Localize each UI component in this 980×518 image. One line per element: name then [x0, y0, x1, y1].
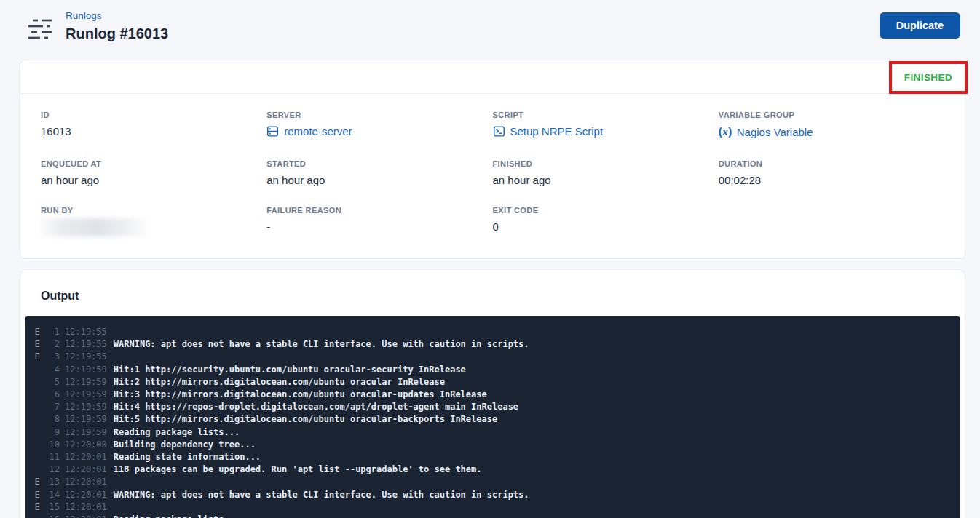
stderr-marker	[32, 451, 42, 463]
line-number: 13	[42, 476, 60, 488]
line-text: Building dependency tree...	[114, 439, 256, 451]
field-id: ID16013	[41, 111, 266, 140]
stderr-marker: E	[32, 326, 42, 338]
terminal-line: 1012:20:00Building dependency tree...	[32, 439, 953, 451]
terminal-icon	[493, 125, 505, 138]
line-number: 15	[42, 501, 60, 514]
server-icon	[266, 125, 279, 138]
terminal-line: E1412:20:01WARNING: apt does not have a …	[32, 489, 953, 501]
stderr-marker: E	[32, 489, 42, 501]
line-timestamp: 12:20:01	[65, 463, 107, 476]
field-label: FAILURE REASON	[266, 206, 492, 215]
terminal-line: E312:19:55	[32, 351, 953, 363]
output-terminal[interactable]: E112:19:55E212:19:55WARNING: apt does no…	[25, 316, 960, 518]
line-number: 6	[42, 388, 60, 401]
field-label: VARIABLE GROUP	[719, 111, 944, 119]
line-text: Reading state information...	[114, 451, 261, 463]
line-timestamp: 12:19:59	[65, 364, 107, 376]
line-number: 1	[42, 326, 60, 338]
field-enqueued-at: ENQUEUED ATan hour ago	[41, 159, 266, 187]
line-timestamp: 12:19:59	[65, 376, 107, 388]
field-value: -	[266, 220, 492, 234]
stderr-marker	[32, 388, 42, 401]
stderr-marker	[32, 426, 42, 439]
field-label: ENQUEUED AT	[41, 159, 266, 168]
terminal-line: 912:19:59Reading package lists...	[32, 426, 953, 439]
runlog-lines-icon	[27, 18, 56, 41]
line-timestamp: 12:20:01	[65, 501, 107, 514]
line-text: 118 packages can be upgraded. Run 'apt l…	[114, 463, 482, 476]
terminal-line: 412:19:59Hit:1 http://security.ubuntu.co…	[32, 364, 953, 376]
field-value: an hour ago	[493, 173, 719, 187]
field-server: SERVERremote-server	[266, 111, 492, 140]
line-text: WARNING: apt does not have a stable CLI …	[114, 489, 529, 501]
field-value: Nagios Variable	[737, 125, 813, 139]
redacted-value	[41, 218, 147, 236]
red-annotation-box: FINISHED	[889, 61, 968, 94]
page-title: Runlog #16013	[66, 25, 168, 42]
field-label: FINISHED	[493, 159, 719, 168]
breadcrumb-runlogs[interactable]: Runlogs	[66, 10, 168, 22]
line-number: 14	[42, 489, 60, 501]
line-timestamp: 12:20:01	[65, 451, 107, 463]
stderr-marker	[32, 376, 42, 388]
terminal-line: 612:19:59Hit:3 http://mirrors.digitaloce…	[32, 388, 953, 401]
stderr-marker: E	[32, 476, 42, 488]
line-timestamp: 12:19:55	[65, 326, 107, 338]
line-timestamp: 12:20:01	[65, 476, 107, 488]
line-text: Hit:3 http://mirrors.digitalocean.com/ub…	[114, 388, 487, 401]
field-label: DURATION	[719, 159, 944, 168]
line-number: 11	[42, 451, 60, 463]
line-text: Hit:4 https://repos-droplet.digitalocean…	[114, 401, 518, 413]
line-number: 5	[42, 376, 60, 388]
field-finished: FINISHEDan hour ago	[493, 159, 719, 187]
field-value: remote-server	[284, 124, 352, 138]
line-number: 10	[42, 439, 60, 451]
line-timestamp: 12:19:59	[65, 388, 107, 401]
line-timestamp: 12:19:55	[65, 351, 107, 363]
line-timestamp: 12:20:01	[65, 514, 107, 518]
terminal-line: E1512:20:01	[32, 501, 953, 514]
line-text: Hit:1 http://security.ubuntu.com/ubuntu …	[114, 364, 466, 376]
stderr-marker: E	[32, 501, 42, 514]
field-label: SCRIPT	[493, 111, 719, 119]
line-timestamp: 12:20:01	[65, 489, 107, 501]
field-run-by: RUN BY	[41, 206, 266, 236]
details-grid: ID16013SERVERremote-serverSCRIPTSetup NR…	[20, 94, 965, 258]
stderr-marker	[32, 364, 42, 376]
status-badge: FINISHED	[904, 72, 952, 83]
terminal-line: 1212:20:01118 packages can be upgraded. …	[32, 463, 953, 476]
stderr-marker	[32, 439, 42, 451]
line-text: Hit:2 http://mirrors.digitalocean.com/ub…	[114, 376, 445, 388]
field-label: STARTED	[266, 159, 492, 168]
field-script-link[interactable]: Setup NRPE Script	[493, 124, 604, 138]
line-number: 9	[42, 426, 60, 439]
line-text: Reading package lists...	[114, 426, 240, 439]
stderr-marker	[32, 463, 42, 476]
field-duration: DURATION00:02:28	[719, 159, 944, 187]
field-variable-group-link[interactable]: (x)Nagios Variable	[719, 124, 813, 139]
page-header: Runlogs Runlog #16013 Duplicate	[0, 0, 980, 60]
line-number: 12	[42, 463, 60, 476]
line-number: 2	[42, 338, 60, 351]
terminal-line: 812:19:59Hit:5 http://mirrors.digitaloce…	[32, 413, 953, 426]
duplicate-button[interactable]: Duplicate	[880, 12, 960, 39]
field-value: an hour ago	[41, 173, 266, 187]
line-timestamp: 12:19:59	[65, 401, 107, 413]
line-number: 3	[42, 351, 60, 363]
field-value: 0	[493, 220, 719, 234]
field-server-link[interactable]: remote-server	[266, 124, 352, 138]
field-label: RUN BY	[41, 206, 266, 215]
line-number: 4	[42, 364, 60, 376]
stderr-marker: E	[32, 351, 42, 363]
terminal-line: 1612:20:01Reading package lists...	[32, 514, 953, 518]
stderr-marker: E	[32, 338, 42, 351]
field-failure-reason: FAILURE REASON-	[266, 206, 492, 236]
field-label: ID	[41, 111, 266, 119]
line-timestamp: 12:19:55	[65, 338, 107, 351]
terminal-line: 1112:20:01Reading state information...	[32, 451, 953, 463]
stderr-marker	[32, 401, 42, 413]
field-value: 16013	[41, 124, 266, 138]
terminal-line: E112:19:55	[32, 326, 953, 338]
terminal-line: 712:19:59Hit:4 https://repos-droplet.dig…	[32, 401, 953, 413]
